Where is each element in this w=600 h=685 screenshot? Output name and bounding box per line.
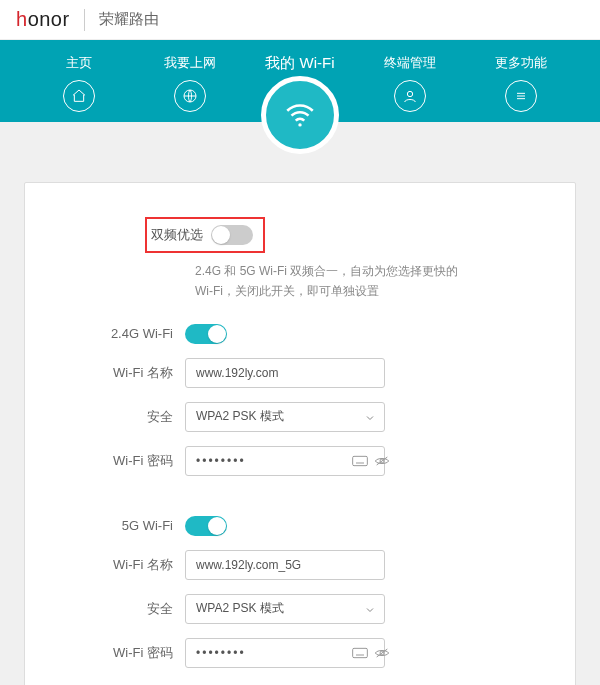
band5-name-label: Wi-Fi 名称	[75, 556, 185, 574]
svg-rect-6	[353, 456, 368, 465]
keyboard-icon[interactable]	[352, 453, 368, 469]
band24-name-label: Wi-Fi 名称	[75, 364, 185, 382]
brand-divider	[84, 9, 85, 31]
band24-pw-input[interactable]	[196, 454, 346, 468]
dual-band-desc-l1: 2.4G 和 5G Wi-Fi 双频合一，自动为您选择更快的	[195, 264, 458, 278]
band24-security-label: 安全	[75, 408, 185, 426]
band5-security-label: 安全	[75, 600, 185, 618]
svg-point-2	[408, 91, 413, 96]
globe-icon	[174, 80, 206, 112]
dual-band-label: 双频优选	[151, 226, 203, 244]
nav-home[interactable]: 主页	[39, 54, 119, 112]
band5-security-value: WPA2 PSK 模式	[196, 600, 284, 617]
user-icon	[394, 80, 426, 112]
band24-pw-wrap	[185, 446, 385, 476]
wifi-settings-card: 双频优选 2.4G 和 5G Wi-Fi 双频合一，自动为您选择更快的 Wi-F…	[24, 182, 576, 685]
band24-security-select[interactable]: WPA2 PSK 模式	[185, 402, 385, 432]
band5-switch-label: 5G Wi-Fi	[75, 518, 185, 533]
band24-pw-label: Wi-Fi 密码	[75, 452, 185, 470]
band5-security-select[interactable]: WPA2 PSK 模式	[185, 594, 385, 624]
chevron-down-icon	[364, 412, 376, 424]
home-icon	[63, 80, 95, 112]
dual-band-desc-l2: Wi-Fi，关闭此开关，即可单独设置	[195, 284, 379, 298]
band5-pw-label: Wi-Fi 密码	[75, 644, 185, 662]
nav-home-label: 主页	[66, 54, 92, 72]
page-body: 双频优选 2.4G 和 5G Wi-Fi 双频合一，自动为您选择更快的 Wi-F…	[0, 122, 600, 685]
band24-toggle[interactable]	[185, 324, 227, 344]
band24-name-input[interactable]	[185, 358, 385, 388]
brand-logo-accent: h	[16, 8, 28, 30]
svg-point-1	[298, 123, 301, 126]
nav-clients[interactable]: 终端管理	[370, 54, 450, 112]
nav-wifi[interactable]: 我的 Wi-Fi	[260, 54, 340, 73]
chevron-down-icon	[364, 604, 376, 616]
nav-more[interactable]: 更多功能	[481, 54, 561, 112]
nav-clients-label: 终端管理	[384, 54, 436, 72]
dual-band-highlight: 双频优选	[145, 217, 265, 253]
menu-icon	[505, 80, 537, 112]
nav-internet[interactable]: 我要上网	[150, 54, 230, 112]
band5-toggle[interactable]	[185, 516, 227, 536]
brand-logo-rest: onor	[28, 8, 70, 30]
band24-security-value: WPA2 PSK 模式	[196, 408, 284, 425]
nav-more-label: 更多功能	[495, 54, 547, 72]
eye-off-icon[interactable]	[374, 453, 390, 469]
svg-rect-14	[353, 648, 368, 657]
band5-name-input[interactable]	[185, 550, 385, 580]
keyboard-icon[interactable]	[352, 645, 368, 661]
nav-wifi-label: 我的 Wi-Fi	[265, 54, 334, 73]
brand-logo: honor	[16, 8, 70, 31]
nav-internet-label: 我要上网	[164, 54, 216, 72]
band5-pw-wrap	[185, 638, 385, 668]
brand-subtitle: 荣耀路由	[99, 10, 159, 29]
brand-header: honor 荣耀路由	[0, 0, 600, 40]
band24-switch-label: 2.4G Wi-Fi	[75, 326, 185, 341]
dual-band-desc: 2.4G 和 5G Wi-Fi 双频合一，自动为您选择更快的 Wi-Fi，关闭此…	[195, 261, 475, 302]
top-nav: 主页 我要上网 我的 Wi-Fi 终端管理 更多功能	[0, 40, 600, 122]
dual-band-toggle[interactable]	[211, 225, 253, 245]
wifi-icon	[261, 76, 339, 154]
eye-off-icon[interactable]	[374, 645, 390, 661]
band5-pw-input[interactable]	[196, 646, 346, 660]
